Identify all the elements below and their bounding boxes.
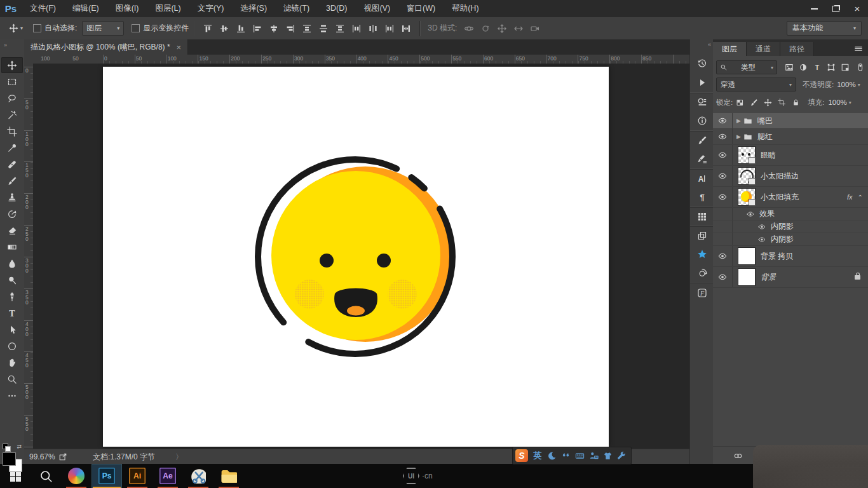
tool-gradient[interactable] (1, 239, 23, 255)
tool-eyedropper[interactable] (1, 140, 23, 156)
tab-路径[interactable]: 路径 (780, 42, 814, 56)
menu-item[interactable]: 文件(F) (22, 0, 64, 17)
sogou-logo[interactable]: S (515, 449, 528, 462)
close-button[interactable]: × (846, 0, 868, 17)
panel-menu-icon[interactable] (854, 44, 863, 53)
menu-item[interactable]: 帮助(H) (444, 0, 487, 17)
swap-colors-icon[interactable]: ⇄ (17, 444, 22, 450)
taskbar-colorful-app[interactable] (61, 464, 92, 488)
tool-brush[interactable] (1, 173, 23, 189)
menu-item[interactable]: 3D(D) (318, 0, 355, 17)
fx-label[interactable]: fx (847, 193, 853, 201)
eye-icon[interactable] (718, 172, 727, 180)
align-button-dist-top-icon[interactable] (299, 21, 315, 36)
tool-history-brush[interactable] (1, 206, 23, 222)
tool-spot-healing[interactable] (1, 156, 23, 172)
dock-panel-character[interactable]: A (690, 169, 714, 187)
dock-panel-info[interactable] (690, 112, 714, 130)
default-colors-icon[interactable] (5, 446, 11, 452)
taskbar-photoshop[interactable]: Ps (92, 464, 122, 488)
lock-pixels-button[interactable] (747, 96, 761, 109)
mode3d-button-orbit-3d-icon[interactable] (461, 21, 477, 36)
menu-item[interactable]: 图层(L) (147, 0, 189, 17)
ruler-origin[interactable] (24, 55, 34, 64)
layer-row-小太阳描边[interactable]: 小太阳描边 (713, 166, 868, 187)
visibility-cell[interactable] (713, 187, 733, 207)
align-button-align-left-icon[interactable] (250, 21, 265, 36)
tool-rect-marquee[interactable] (1, 74, 23, 90)
close-tab-icon[interactable]: × (177, 43, 182, 52)
visibility-cell[interactable] (713, 208, 733, 220)
expand-chevron-icon[interactable]: ▶ (736, 133, 741, 140)
visibility-cell[interactable] (713, 145, 733, 165)
align-button-dist-left-icon[interactable] (349, 21, 364, 36)
dock-panel-libraries[interactable] (690, 93, 714, 111)
taskbar-illustrator[interactable]: Ai (122, 464, 153, 488)
tool-preset-button[interactable]: ▾ (6, 22, 25, 35)
taskbar-after-effects[interactable]: Ae (153, 464, 183, 488)
dock-panel-styles[interactable]: F (690, 283, 714, 302)
mode3d-button-camera-3d-icon[interactable] (527, 21, 543, 36)
eye-icon[interactable] (718, 273, 727, 281)
filter-button-filter-adjust-icon[interactable] (796, 61, 810, 74)
align-button-align-bottom-icon[interactable] (233, 21, 248, 36)
horizontal-ruler[interactable]: 1005005010015020025030035040045050055060… (33, 55, 689, 64)
ime-person24-icon[interactable]: 24 (587, 449, 600, 463)
layer-thumbnail[interactable] (738, 188, 756, 206)
layer-thumbnail[interactable] (738, 247, 756, 265)
eye-icon[interactable] (758, 236, 766, 243)
tool-type[interactable]: T (1, 305, 23, 321)
align-button-dist-right-icon[interactable] (382, 21, 397, 36)
tool-blur[interactable] (1, 255, 23, 271)
tool-ellipse-tool[interactable] (1, 338, 23, 354)
dock-panel-layer-comps[interactable] (690, 226, 714, 245)
filter-toggle[interactable] (853, 61, 867, 74)
dock-collapse-button[interactable]: « (690, 39, 714, 50)
tool-clone-stamp[interactable] (1, 189, 23, 205)
ime-tshirt-icon[interactable] (600, 449, 614, 463)
lock-artboard-button[interactable] (775, 96, 789, 109)
link-layers-icon[interactable] (733, 451, 743, 461)
layer-row-眼睛[interactable]: 眼睛 (713, 145, 868, 166)
layer-row-嘴巴[interactable]: ▶嘴巴 (713, 113, 868, 129)
tool-eraser[interactable] (1, 222, 23, 238)
filter-button-filter-shape-icon[interactable] (824, 61, 838, 74)
menu-item[interactable]: 选择(S) (232, 0, 275, 17)
taskbar-snip-tool[interactable] (183, 464, 214, 488)
ime-wrench-icon[interactable] (614, 449, 628, 463)
mode3d-button-slide-3d-icon[interactable] (511, 21, 526, 36)
layer-row-小太阳填充[interactable]: 小太阳填充fx⌃ (713, 187, 868, 208)
visibility-cell[interactable] (713, 246, 733, 266)
show-transform-checkbox[interactable] (132, 24, 140, 32)
dock-panel-paragraph[interactable]: ¶ (690, 188, 714, 206)
visibility-cell[interactable] (713, 113, 733, 128)
visibility-cell[interactable] (713, 233, 733, 245)
eye-icon[interactable] (718, 116, 727, 125)
opacity-value[interactable]: 100% (837, 81, 855, 88)
layer-thumbnail[interactable] (738, 146, 756, 164)
tool-edit-toolbar[interactable] (1, 388, 23, 403)
taskbar-file-explorer[interactable] (214, 464, 244, 488)
visibility-cell[interactable] (713, 166, 733, 186)
eye-icon[interactable] (758, 223, 766, 231)
collapse-fx-chevron-icon[interactable]: ⌃ (858, 194, 863, 201)
dock-panel-brushes[interactable] (690, 131, 714, 149)
tool-zoom[interactable] (1, 371, 23, 387)
status-options-chevron[interactable]: 〉 (175, 452, 183, 463)
mode3d-button-roll-3d-icon[interactable] (478, 21, 493, 36)
layer-thumbnail[interactable] (738, 167, 756, 185)
filter-type-dropdown[interactable]: 类型 ▾ (716, 60, 777, 74)
taskbar-search[interactable] (31, 464, 61, 488)
eye-icon[interactable] (718, 151, 727, 159)
align-button-align-top-icon[interactable] (200, 21, 215, 36)
menu-item[interactable]: 窗口(W) (398, 0, 444, 17)
dock-panel-history[interactable] (690, 55, 714, 72)
align-button-align-vcenter-icon[interactable] (217, 21, 232, 36)
document-tab[interactable]: 描边风格小图标 @ 100% (嘴巴, RGB/8) * × (24, 39, 188, 55)
tool-move[interactable] (1, 57, 23, 73)
auto-select-dropdown[interactable]: 图层 ▾ (82, 21, 124, 36)
lock-all-button[interactable] (789, 96, 803, 109)
layer-row-背景[interactable]: 背景 (713, 267, 868, 288)
filter-button-filter-smart-icon[interactable] (838, 61, 852, 74)
align-button-align-right-icon[interactable] (283, 21, 298, 36)
